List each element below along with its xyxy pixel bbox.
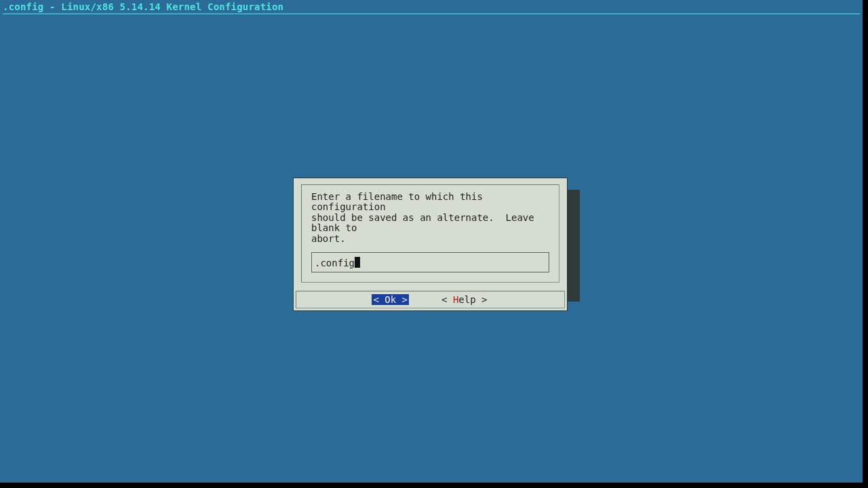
- save-dialog: Enter a filename to which this configura…: [293, 178, 568, 311]
- menuconfig-screen: .config - Linux/x86 5.14.14 Kernel Confi…: [0, 0, 863, 483]
- window-title: .config - Linux/x86 5.14.14 Kernel Confi…: [0, 0, 863, 14]
- filename-value: .config: [315, 258, 355, 268]
- dialog-prompt: Enter a filename to which this configura…: [311, 192, 549, 244]
- filename-input[interactable]: .config: [311, 252, 549, 272]
- title-separator: [3, 14, 860, 14]
- help-button[interactable]: < Help >: [440, 294, 488, 305]
- ok-hotkey: O: [384, 294, 390, 305]
- ok-button[interactable]: < Ok >: [372, 294, 409, 305]
- text-cursor: [355, 257, 360, 268]
